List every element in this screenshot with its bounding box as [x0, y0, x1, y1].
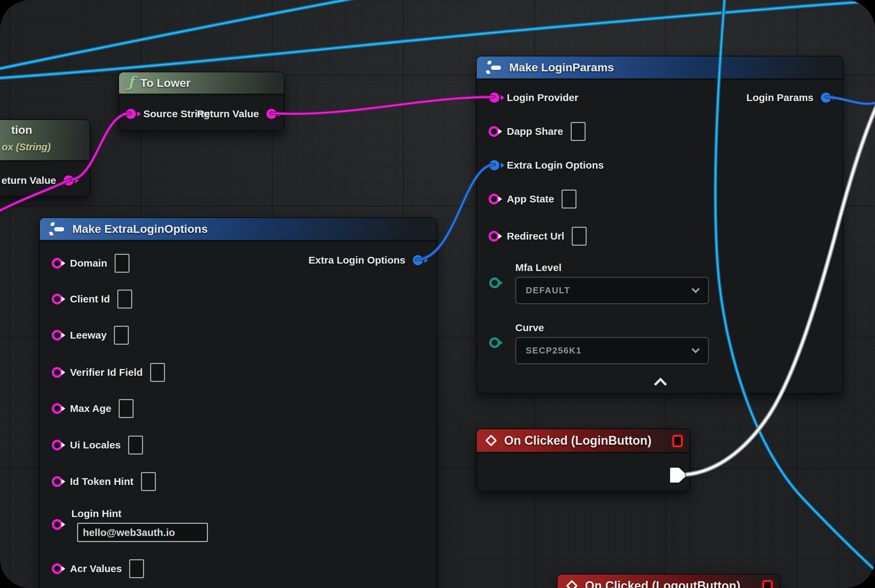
pin-label: Login Params [747, 92, 813, 104]
node-header[interactable]: ƒ To Lower [119, 72, 284, 95]
make-struct-icon [486, 60, 503, 75]
dropdown-value: SECP256K1 [526, 345, 582, 356]
string-input-pin[interactable] [52, 258, 63, 268]
pin-row-mfa-level [489, 272, 500, 294]
string-default-field[interactable] [119, 399, 134, 418]
string-default-field[interactable] [129, 559, 144, 578]
pin-row-login-params-out: Login Params [747, 87, 831, 108]
pin-label: Domain [70, 258, 107, 269]
node-on-clicked-logoutbutton[interactable]: On Clicked (LogoutButton) [557, 574, 780, 588]
pin-row-ui-locales: Ui Locales [52, 434, 143, 456]
enum-input-pin[interactable] [489, 337, 500, 348]
node-make-loginparams[interactable]: Make LoginParams Login Params Login Prov… [476, 56, 843, 394]
pin-row-extra-login-options-out: Extra Login Options [308, 249, 423, 271]
pin-row-verifier-id-field: Verifier Id Field [52, 362, 165, 383]
pin-row-leeway: Leeway [52, 324, 129, 346]
login-hint-label: Login Hint [71, 508, 121, 519]
node-header[interactable]: Make ExtraLoginOptions [40, 218, 436, 242]
string-default-field[interactable] [571, 122, 586, 141]
pin-row-curve [489, 332, 500, 354]
pin-row-acr-values: Acr Values [52, 558, 144, 579]
enum-input-pin[interactable] [489, 278, 500, 288]
node-title: Make ExtraLoginOptions [72, 222, 208, 236]
pin-row-redirect-url: Redirect Url [489, 225, 586, 247]
event-diamond-icon [485, 435, 497, 446]
node-make-extraloginoptions[interactable]: Make ExtraLoginOptions Extra Login Optio… [39, 217, 437, 588]
pin-label: eturn Value [2, 175, 56, 186]
string-input-pin[interactable] [52, 476, 63, 487]
make-struct-icon [49, 222, 66, 237]
pin-label: Redirect Url [507, 231, 564, 242]
string-input-pin[interactable] [52, 403, 63, 414]
struct-output-pin[interactable] [413, 255, 423, 265]
pin-row-domain: Domain [52, 252, 129, 274]
pin-row-login-hint [52, 514, 63, 535]
pin-row-return-value: eturn Value [2, 170, 74, 191]
wire-cyan-top-a[interactable] [0, 0, 370, 70]
node-title: tion [11, 123, 32, 136]
pin-row-dapp-share: Dapp Share [489, 121, 586, 142]
pin-label: Extra Login Options [507, 159, 604, 171]
dropdown-value: DEFAULT [526, 285, 570, 296]
node-on-clicked-loginbutton[interactable]: On Clicked (LoginButton) [476, 429, 690, 492]
pin-row-max-age: Max Age [52, 398, 134, 419]
exec-output-pin[interactable] [670, 468, 687, 483]
node-header[interactable]: On Clicked (LoginButton) [477, 429, 689, 453]
event-binding-icon[interactable] [672, 435, 683, 447]
string-default-field[interactable] [572, 227, 586, 246]
pin-label: Max Age [70, 403, 111, 414]
node-title: Make LoginParams [509, 61, 614, 74]
node-left-partial[interactable]: tion ox (String) eturn Value [0, 119, 90, 196]
string-input-pin[interactable] [52, 519, 63, 530]
string-input-pin[interactable] [52, 563, 63, 574]
node-header[interactable]: On Clicked (LogoutButton) [558, 574, 779, 588]
chevron-down-icon [692, 345, 699, 353]
collapse-chevron-icon[interactable] [654, 378, 667, 386]
curve-dropdown[interactable]: SECP256K1 [515, 337, 709, 364]
login-hint-field[interactable] [77, 523, 208, 542]
wire-tolower-to-loginprovider[interactable] [271, 97, 494, 114]
node-subtitle: ox (String) [2, 142, 51, 153]
blueprint-canvas[interactable]: tion ox (String) eturn Value ƒ To Lower … [0, 0, 875, 588]
pin-label: Leeway [70, 330, 107, 341]
string-default-field[interactable] [114, 326, 129, 345]
chevron-down-icon [692, 285, 699, 293]
pin-row-client-id: Client Id [52, 288, 132, 310]
pin-label: Client Id [70, 293, 110, 305]
node-to-lower[interactable]: ƒ To Lower Source String Return Value [118, 72, 285, 131]
string-input-pin[interactable] [126, 109, 136, 119]
string-default-field[interactable] [128, 436, 143, 454]
string-default-field[interactable] [114, 254, 129, 273]
pin-label: Dapp Share [507, 126, 563, 137]
string-input-pin[interactable] [52, 367, 63, 378]
pin-label: Acr Values [70, 563, 122, 574]
node-header[interactable]: tion ox (String) [0, 120, 90, 162]
string-input-pin[interactable] [52, 294, 63, 304]
string-default-field[interactable] [150, 363, 165, 382]
pin-row-extra-login-options-in: Extra Login Options [489, 154, 604, 176]
node-header[interactable]: Make LoginParams [477, 56, 842, 80]
string-output-pin[interactable] [266, 109, 277, 119]
string-input-pin[interactable] [489, 93, 499, 103]
string-input-pin[interactable] [52, 330, 63, 340]
string-default-field[interactable] [562, 190, 576, 208]
string-default-field[interactable] [117, 290, 132, 309]
pin-label: Verifier Id Field [70, 367, 143, 378]
string-input-pin[interactable] [489, 126, 499, 137]
string-input-pin[interactable] [489, 231, 499, 242]
string-input-pin[interactable] [52, 440, 63, 450]
string-default-field[interactable] [141, 472, 156, 491]
mfa-level-dropdown[interactable]: DEFAULT [515, 277, 709, 304]
pin-label: Ui Locales [70, 439, 121, 451]
function-icon: ƒ [128, 75, 134, 90]
pin-row-app-state: App State [489, 188, 576, 210]
string-input-pin[interactable] [489, 194, 499, 204]
struct-output-pin[interactable] [821, 93, 831, 103]
pin-label: App State [507, 193, 554, 205]
struct-input-pin[interactable] [489, 160, 499, 170]
string-output-pin[interactable] [63, 176, 74, 186]
pin-label: Id Token Hint [70, 476, 134, 487]
pin-row-return-value: Return Value [197, 103, 277, 125]
event-binding-icon[interactable] [762, 580, 773, 588]
pin-label: Login Provider [507, 92, 579, 104]
